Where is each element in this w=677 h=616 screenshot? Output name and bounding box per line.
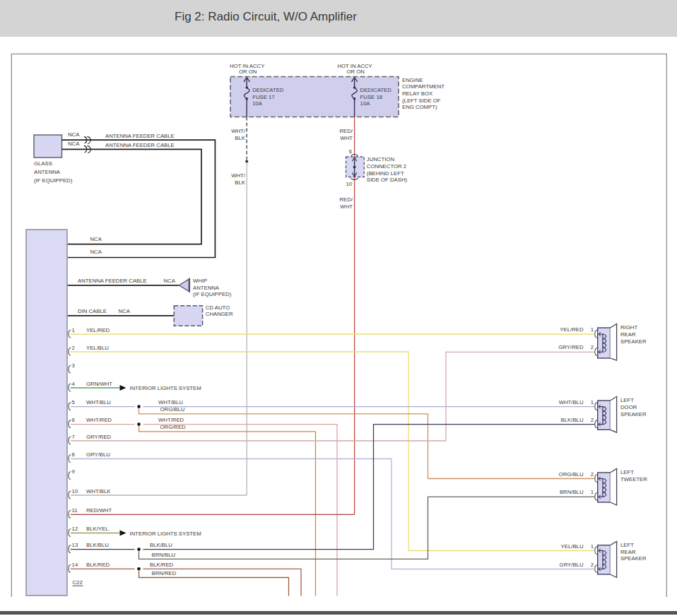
svg-text:RED/WHT: RED/WHT — [86, 507, 112, 514]
svg-text:ANTENNA FEEDER CABLE: ANTENNA FEEDER CABLE — [105, 133, 175, 139]
svg-text:ORG/BLU: ORG/BLU — [559, 471, 584, 478]
svg-text:BRN/BLU: BRN/BLU — [152, 552, 176, 558]
svg-text:SPEAKER: SPEAKER — [620, 555, 647, 562]
svg-text:BLK/BLU: BLK/BLU — [86, 542, 109, 548]
svg-text:GRY/BLU: GRY/BLU — [86, 451, 110, 458]
svg-text:2: 2 — [72, 345, 75, 351]
svg-text:FUSE 17: FUSE 17 — [252, 94, 274, 100]
svg-text:CD AUTO: CD AUTO — [206, 304, 230, 311]
svg-text:1: 1 — [591, 543, 594, 550]
svg-text:SPEAKER: SPEAKER — [620, 411, 647, 417]
svg-text:6: 6 — [349, 148, 352, 155]
svg-text:2: 2 — [591, 562, 594, 568]
svg-text:BLK: BLK — [235, 135, 245, 141]
svg-text:14: 14 — [72, 562, 78, 568]
svg-text:2: 2 — [591, 344, 594, 350]
svg-text:ENGINE: ENGINE — [402, 77, 423, 83]
svg-text:(IF EQUIPPED): (IF EQUIPPED) — [193, 291, 232, 297]
svg-text:YEL/BLU: YEL/BLU — [86, 345, 109, 351]
svg-text:1: 1 — [591, 399, 594, 405]
svg-text:ENG COMPT): ENG COMPT) — [402, 104, 437, 110]
svg-text:10A: 10A — [360, 100, 371, 107]
svg-text:RED/: RED/ — [339, 128, 353, 134]
svg-text:GRY/RED: GRY/RED — [86, 434, 112, 440]
svg-text:12: 12 — [72, 526, 78, 532]
svg-text:REAR: REAR — [620, 331, 636, 338]
svg-text:5: 5 — [72, 399, 75, 405]
svg-text:BLK/RED: BLK/RED — [86, 562, 110, 568]
svg-text:REAR: REAR — [620, 549, 636, 555]
svg-text:10: 10 — [346, 181, 352, 187]
svg-text:YEL/RED: YEL/RED — [86, 327, 110, 333]
svg-text:3: 3 — [72, 362, 75, 369]
svg-text:10: 10 — [72, 488, 78, 494]
svg-text:YEL/RED: YEL/RED — [560, 326, 584, 333]
svg-text:WHT/RED: WHT/RED — [158, 417, 184, 423]
svg-text:DOOR: DOOR — [620, 404, 637, 410]
svg-text:NCA: NCA — [68, 141, 80, 147]
svg-text:9: 9 — [72, 468, 75, 475]
svg-text:1: 1 — [591, 326, 594, 333]
svg-text:LEFT: LEFT — [620, 397, 634, 403]
svg-text:ANTENNA: ANTENNA — [193, 285, 220, 291]
svg-text:HOT IN ACCY: HOT IN ACCY — [230, 63, 264, 69]
svg-text:BRN/RED: BRN/RED — [152, 570, 177, 576]
svg-text:GLASS: GLASS — [34, 160, 52, 167]
svg-text:LEFT: LEFT — [620, 469, 634, 475]
svg-text:FUSE 18: FUSE 18 — [360, 94, 382, 100]
svg-text:BLK/YEL: BLK/YEL — [86, 526, 109, 532]
svg-text:SIDE OF DASH): SIDE OF DASH) — [367, 177, 408, 183]
svg-text:OR ON: OR ON — [239, 69, 257, 75]
svg-text:C22: C22 — [73, 579, 83, 586]
svg-text:WHT/RED: WHT/RED — [86, 417, 112, 423]
svg-text:WHT: WHT — [340, 203, 353, 210]
svg-text:7: 7 — [72, 434, 75, 440]
svg-text:(BEHIND LEFT: (BEHIND LEFT — [367, 170, 404, 177]
svg-text:WHT/BLU: WHT/BLU — [158, 399, 183, 405]
svg-text:OR ON: OR ON — [346, 69, 364, 75]
svg-text:ANTENNA FEEDER CABLE: ANTENNA FEEDER CABLE — [78, 278, 147, 284]
svg-text:WHT/: WHT/ — [231, 172, 246, 179]
svg-text:NCA: NCA — [90, 236, 102, 242]
svg-text:DIN CABLE: DIN CABLE — [78, 308, 107, 314]
svg-text:CONNECTOR 2: CONNECTOR 2 — [367, 163, 406, 170]
svg-text:RED/: RED/ — [339, 196, 353, 203]
svg-text:NCA: NCA — [90, 249, 102, 255]
svg-text:11: 11 — [72, 507, 78, 514]
svg-text:(IF EQUIPPED): (IF EQUIPPED) — [34, 177, 73, 184]
svg-text:YEL/BLU: YEL/BLU — [561, 543, 584, 550]
svg-text:BLK/BLU: BLK/BLU — [561, 417, 584, 423]
svg-text:BLK/RED: BLK/RED — [150, 562, 174, 568]
svg-text:RELAY BOX: RELAY BOX — [402, 90, 432, 97]
svg-text:ANTENNA FEEDER CABLE: ANTENNA FEEDER CABLE — [105, 142, 175, 148]
svg-text:INTERIOR LIGHTS SYSTEM: INTERIOR LIGHTS SYSTEM — [130, 531, 201, 537]
svg-text:JUNCTION: JUNCTION — [367, 156, 394, 162]
svg-text:10A: 10A — [252, 100, 263, 107]
svg-text:1: 1 — [72, 327, 75, 333]
svg-text:13: 13 — [72, 542, 78, 548]
svg-text:HOT IN ACCY: HOT IN ACCY — [337, 63, 372, 69]
svg-text:WHT: WHT — [340, 135, 353, 141]
svg-text:NCA: NCA — [119, 308, 131, 314]
svg-text:2: 2 — [591, 471, 594, 478]
svg-text:NCA: NCA — [68, 131, 80, 138]
svg-text:GRN/WHT: GRN/WHT — [86, 381, 112, 387]
svg-text:ANTENNA: ANTENNA — [34, 169, 61, 175]
svg-text:8: 8 — [72, 451, 75, 458]
svg-text:RIGHT: RIGHT — [620, 324, 637, 331]
svg-text:WHT/BLU: WHT/BLU — [559, 399, 584, 405]
svg-text:DEDICATED: DEDICATED — [252, 87, 284, 93]
svg-text:WHT/: WHT/ — [231, 128, 246, 134]
svg-text:INTERIOR LIGHTS SYSTEM: INTERIOR LIGHTS SYSTEM — [130, 385, 201, 391]
svg-text:6: 6 — [72, 417, 75, 423]
svg-text:COMPARTMENT: COMPARTMENT — [402, 83, 445, 90]
svg-text:WHT/BLK: WHT/BLK — [86, 488, 111, 494]
svg-text:BLK/BLU: BLK/BLU — [150, 542, 172, 548]
svg-text:CHANGER: CHANGER — [206, 311, 233, 317]
svg-text:DEDICATED: DEDICATED — [360, 87, 392, 93]
svg-text:1: 1 — [591, 489, 594, 495]
svg-text:BLK: BLK — [235, 179, 245, 186]
svg-text:WHT/BLU: WHT/BLU — [86, 399, 111, 405]
svg-text:LEFT: LEFT — [620, 542, 634, 548]
svg-text:GRY/BLU: GRY/BLU — [560, 562, 584, 568]
